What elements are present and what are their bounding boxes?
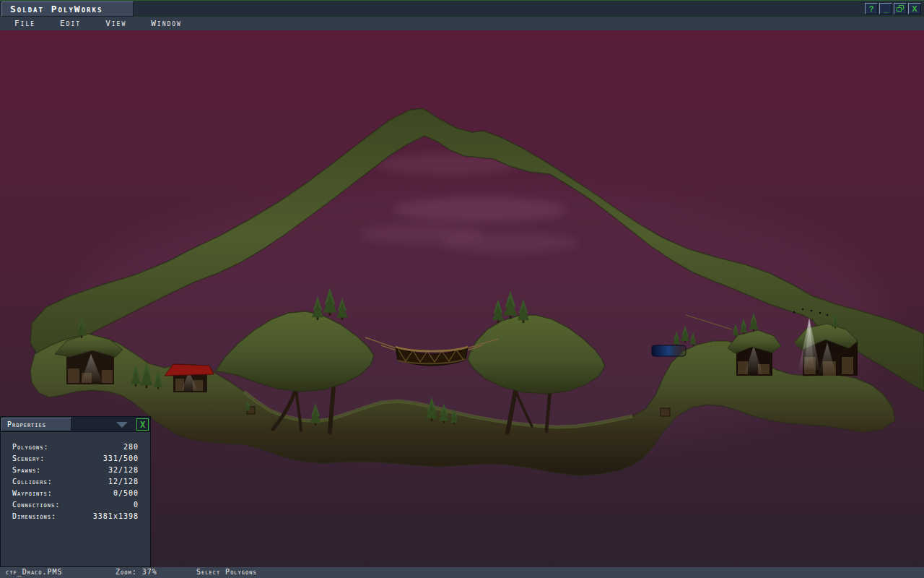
property-label: Waypoints: [12,489,53,497]
property-label: Colliders: [12,478,53,486]
window-controls: ? _ X [865,3,921,14]
property-label: Scenery: [12,454,45,462]
menu-bar: File Edit View Window [0,17,924,30]
window-title: Soldat PolyWorks [10,4,103,14]
property-label: Spawns: [12,466,41,474]
properties-panel-body: Polygons: 280 Scenery: 331/500 Spawns: 3… [1,432,150,522]
blue-flag-object[interactable] [652,345,686,356]
property-row-scenery: Scenery: 331/500 [1,452,150,464]
red-roof [165,364,214,376]
menu-window[interactable]: Window [141,19,192,28]
window-title-box: Soldat PolyWorks [1,1,134,17]
property-value: 12/128 [108,478,139,486]
restore-icon [897,5,905,12]
property-value: 331/500 [103,454,139,462]
status-filename: ctf_Draco.PMS [6,568,63,576]
properties-panel: Properties X Polygons: 280 Scenery: 331/… [0,416,151,567]
property-value: 0/500 [113,489,139,497]
property-row-waypoints: Waypoints: 0/500 [1,487,150,499]
close-panel-button[interactable]: X [136,418,149,431]
status-active-tool: Select Polygons [196,568,257,576]
close-icon: X [912,5,917,12]
property-row-colliders: Colliders: 12/128 [1,475,150,487]
status-zoom-level: Zoom: 37% [116,568,157,576]
property-label: Polygons: [12,443,49,451]
menu-file[interactable]: File [4,19,45,28]
close-icon: X [140,420,145,430]
menu-view[interactable]: View [95,19,136,28]
help-icon: ? [869,5,874,12]
help-button[interactable]: ? [865,3,878,14]
app-window: Soldat PolyWorks ? _ X File Edit View W [0,0,924,578]
property-row-polygons: Polygons: 280 [1,441,150,452]
property-value: 280 [123,443,139,451]
minimize-button[interactable]: _ [879,3,892,14]
property-value: 3381x1398 [93,512,139,520]
properties-panel-titlebar[interactable]: Properties X [1,417,150,432]
property-label: Dimensions: [12,512,56,520]
property-value: 0 [134,501,139,509]
minimize-icon: _ [884,5,888,12]
menu-edit[interactable]: Edit [50,19,91,28]
property-value: 32/128 [108,466,139,474]
close-button[interactable]: X [908,3,921,14]
property-row-connections: Connections: 0 [1,499,150,510]
properties-panel-title: Properties [1,418,71,431]
property-label: Connections: [12,501,60,509]
restore-button[interactable] [894,3,907,14]
status-bar: ctf_Draco.PMS Zoom: 37% Select Polygons [0,567,924,578]
property-row-spawns: Spawns: 32/128 [1,464,150,475]
collapse-panel-icon[interactable] [116,422,128,428]
property-row-dimensions: Dimensions: 3381x1398 [1,510,150,522]
title-bar: Soldat PolyWorks ? _ X [0,0,924,17]
